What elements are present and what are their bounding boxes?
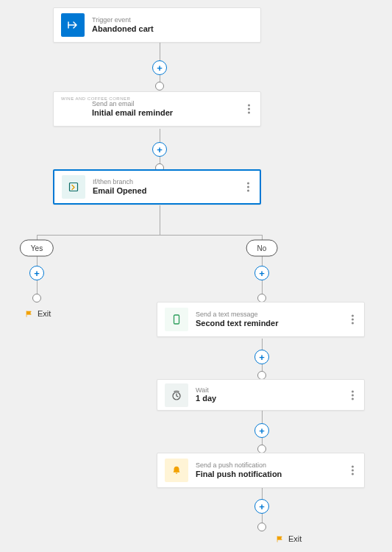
- exit-label: Exit: [38, 309, 51, 318]
- journey-canvas: + + + + + + + Yes No Trigger event Aband…: [0, 0, 392, 552]
- connector-outlet: [32, 294, 41, 302]
- push-icon: [165, 459, 188, 482]
- exit-label: Exit: [288, 534, 302, 543]
- card-menu-button[interactable]: [349, 312, 357, 328]
- step-type: Send a push notification: [196, 461, 282, 470]
- step-name: Abandoned cart: [92, 24, 154, 34]
- trigger-card[interactable]: Trigger event Abandoned cart: [53, 7, 261, 43]
- card-menu-button[interactable]: [244, 180, 252, 195]
- add-step-button[interactable]: +: [254, 350, 269, 364]
- add-step-button[interactable]: +: [254, 266, 269, 280]
- step-type: Send an email: [92, 100, 173, 108]
- step-type: Wait: [196, 386, 216, 394]
- add-step-button[interactable]: +: [152, 142, 167, 157]
- exit-indicator: Exit: [25, 309, 51, 318]
- add-step-button[interactable]: +: [152, 60, 167, 75]
- flag-icon: [276, 535, 284, 543]
- wait-icon: [165, 383, 188, 407]
- add-step-button[interactable]: +: [29, 266, 44, 280]
- svg-rect-1: [174, 315, 179, 324]
- card-menu-button[interactable]: [349, 463, 357, 478]
- step-name: Final push notification: [196, 470, 282, 479]
- trigger-icon: [61, 13, 85, 37]
- connector: [37, 235, 262, 236]
- connector: [160, 205, 160, 235]
- sms-card[interactable]: Send a text message Second text reminder: [157, 302, 365, 337]
- branch-label: No: [257, 244, 267, 252]
- step-name: Second text reminder: [196, 319, 278, 328]
- step-type: Send a text message: [196, 311, 278, 319]
- connector-outlet: [257, 523, 266, 531]
- card-menu-button[interactable]: [349, 387, 357, 403]
- email-card[interactable]: WINE AND COFFEE CORNER Send an email Ini…: [53, 91, 261, 127]
- flag-icon: [25, 310, 33, 318]
- wait-card[interactable]: Wait 1 day: [157, 379, 365, 411]
- segment-badge: WINE AND COFFEE CORNER: [61, 96, 130, 101]
- branch-label: Yes: [31, 244, 43, 252]
- step-type: Trigger event: [92, 16, 154, 24]
- card-menu-button[interactable]: [245, 102, 253, 117]
- step-name: 1 day: [196, 394, 216, 403]
- connector-outlet: [155, 82, 164, 91]
- branch-pill-yes[interactable]: Yes: [20, 240, 54, 257]
- branch-icon: [62, 175, 85, 199]
- step-type: If/then branch: [93, 178, 146, 186]
- branch-pill-no[interactable]: No: [246, 240, 278, 257]
- push-card[interactable]: Send a push notification Final push noti…: [157, 453, 365, 488]
- step-name: Initial email reminder: [92, 108, 173, 118]
- step-name: Email Opened: [93, 186, 146, 196]
- add-step-button[interactable]: +: [254, 499, 269, 514]
- branch-card[interactable]: If/then branch Email Opened: [53, 169, 261, 205]
- sms-icon: [165, 308, 188, 331]
- exit-indicator: Exit: [276, 534, 302, 543]
- add-step-button[interactable]: +: [254, 423, 269, 438]
